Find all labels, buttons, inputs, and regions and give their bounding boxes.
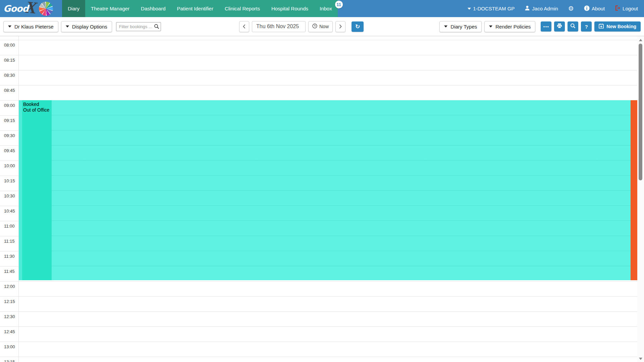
new-booking-label: New Booking <box>606 24 636 29</box>
now-button[interactable]: Now <box>308 21 333 32</box>
inbox-badge: 11 <box>335 1 343 8</box>
diary-slot-cell[interactable] <box>18 282 637 296</box>
goodx-pinwheel-icon <box>39 2 53 16</box>
user-icon <box>525 5 530 12</box>
nav-item-theatre-manager[interactable]: Theatre Manager <box>85 0 135 17</box>
next-day-button[interactable] <box>335 21 345 32</box>
diary-slot-cell[interactable] <box>18 297 637 311</box>
print-button[interactable] <box>554 21 565 32</box>
nav-item-clinical-reports[interactable]: Clinical Reports <box>219 0 266 17</box>
time-label: 09:15 <box>0 116 18 130</box>
practice-selector[interactable]: 1-DOCSTEAM GP <box>468 6 515 11</box>
caret-down-icon <box>489 25 492 27</box>
booking-status: Booked <box>23 102 49 107</box>
previous-day-button[interactable] <box>239 21 249 32</box>
nav-item-label: Clinical Reports <box>225 6 260 11</box>
main-nav-menu: DiaryTheatre ManagerDashboardPatient Ide… <box>62 0 338 17</box>
more-options-button[interactable]: ●●● <box>541 21 551 32</box>
search-icon[interactable] <box>154 24 159 31</box>
diary-slot-cell[interactable] <box>18 357 637 362</box>
clock-icon <box>312 23 317 29</box>
booking-reason: Out of Office <box>23 107 49 113</box>
logout-link[interactable]: Logout <box>615 5 638 12</box>
time-label: 08:15 <box>0 55 18 70</box>
about-label: About <box>592 6 605 11</box>
diary-slot-cell[interactable] <box>18 40 637 55</box>
doctor-dropdown[interactable]: Dr Klaus Pieterse <box>3 21 58 32</box>
scroll-down-arrow-icon[interactable] <box>639 358 642 360</box>
time-slot-row: 12:15 <box>0 296 637 311</box>
about-link[interactable]: About <box>584 5 605 12</box>
time-slot-row: 08:30 <box>0 70 637 85</box>
filter-bookings-wrap <box>116 22 161 31</box>
time-label: 11:15 <box>0 236 18 251</box>
diary-slot-cell[interactable] <box>18 312 637 326</box>
caret-down-icon <box>468 8 471 10</box>
render-policies-dropdown[interactable]: Render Policies <box>484 21 535 32</box>
topnav-right-group: 1-DOCSTEAM GP Jaco Admin ⚙ About Logout <box>468 0 644 17</box>
time-label: 09:30 <box>0 131 18 145</box>
display-options-dropdown[interactable]: Display Options <box>61 21 112 32</box>
booking-status-strip <box>19 100 52 280</box>
new-booking-button[interactable]: New Booking <box>594 21 641 32</box>
time-label: 11:45 <box>0 266 18 281</box>
toolbar-right-group: Diary Types Render Policies ●●● ? New Bo… <box>439 17 641 36</box>
ellipsis-icon: ●●● <box>543 25 549 28</box>
caret-down-icon <box>8 25 11 27</box>
scroll-up-arrow-icon[interactable] <box>639 39 642 41</box>
user-menu[interactable]: Jaco Admin <box>525 5 558 12</box>
goodx-logo[interactable]: Good X <box>0 0 62 17</box>
diary-slot-cell[interactable] <box>18 70 637 85</box>
diary-slot-cell[interactable] <box>18 342 637 357</box>
diary-slot-cell[interactable] <box>18 85 637 100</box>
time-label: 13:00 <box>0 342 18 357</box>
scrollbar-thumb[interactable] <box>639 44 642 180</box>
goodx-logo-text: Good <box>3 3 29 14</box>
toolbar-date-group: Thu 6th Nov 2025 Now ↻ <box>239 17 364 36</box>
gear-icon: ⚙ <box>568 5 574 12</box>
toolbar-left-group: Dr Klaus Pieterse Display Options <box>3 17 161 36</box>
nav-item-inbox[interactable]: Inbox11 <box>314 0 338 17</box>
nav-item-label: Patient Identifier <box>177 6 213 11</box>
calendar-plus-icon <box>599 23 604 29</box>
diary-types-dropdown[interactable]: Diary Types <box>439 21 482 32</box>
help-button[interactable]: ? <box>581 21 592 32</box>
booking-right-strip <box>631 100 637 280</box>
display-options-label: Display Options <box>72 24 107 29</box>
nav-item-label: Theatre Manager <box>91 6 129 11</box>
diary-types-label: Diary Types <box>450 24 477 29</box>
settings-button[interactable]: ⚙ <box>568 5 574 12</box>
search-booking-button[interactable] <box>568 21 578 32</box>
nav-item-patient-identifier[interactable]: Patient Identifier <box>171 0 219 17</box>
time-label: 08:00 <box>0 40 18 55</box>
nav-item-label: Diary <box>68 6 79 11</box>
logout-label: Logout <box>623 6 638 11</box>
time-slot-row: 12:45 <box>0 326 637 342</box>
time-label: 10:15 <box>0 176 18 191</box>
refresh-button[interactable]: ↻ <box>352 21 364 32</box>
vertical-scrollbar[interactable] <box>637 36 644 362</box>
time-label: 12:30 <box>0 312 18 326</box>
nav-item-hospital-rounds[interactable]: Hospital Rounds <box>266 0 314 17</box>
booking-block[interactable]: Booked Out of Office <box>19 100 637 280</box>
time-label: 09:45 <box>0 146 18 161</box>
diary-calendar: 08:0008:1508:3008:4509:0009:1509:3009:45… <box>0 36 644 362</box>
diary-slot-cell[interactable] <box>18 55 637 70</box>
time-label: 12:00 <box>0 282 18 296</box>
time-slot-row: 08:45 <box>0 85 637 100</box>
time-label: 12:15 <box>0 297 18 311</box>
time-label: 10:00 <box>0 161 18 176</box>
time-slot-row: 12:00 <box>0 281 637 296</box>
nav-item-dashboard[interactable]: Dashboard <box>135 0 171 17</box>
search-icon <box>570 23 576 30</box>
question-mark-icon: ? <box>585 24 588 29</box>
info-icon <box>584 5 590 12</box>
user-name: Jaco Admin <box>532 6 558 11</box>
nav-item-label: Inbox <box>320 6 332 11</box>
date-display[interactable]: Thu 6th Nov 2025 <box>252 21 306 32</box>
nav-item-diary[interactable]: Diary <box>62 0 85 17</box>
nav-item-label: Hospital Rounds <box>271 6 308 11</box>
time-slot-row: 12:30 <box>0 311 637 326</box>
diary-slot-cell[interactable] <box>18 327 637 342</box>
time-label: 10:30 <box>0 191 18 206</box>
